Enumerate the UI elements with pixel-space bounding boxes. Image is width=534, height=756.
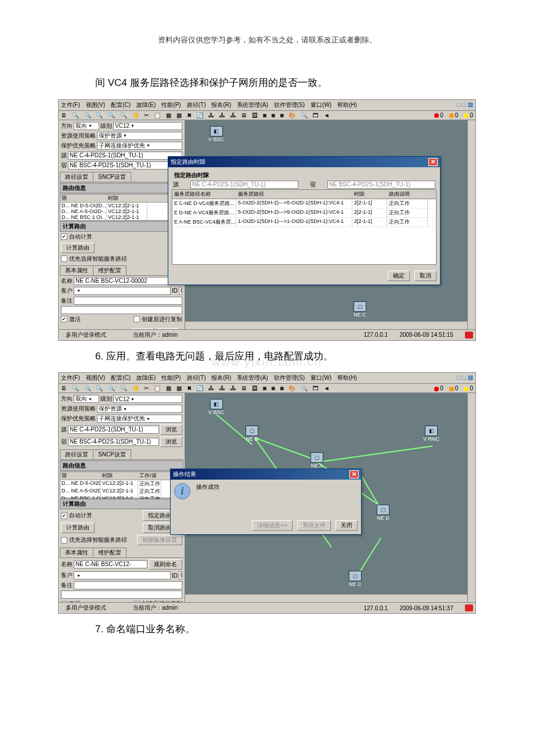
copy-label: 创建后进行复制 [142,315,182,323]
menu-fault[interactable]: 故障(E) [136,374,156,382]
dest-field[interactable]: NE BSC-4-PD2S-1(SDH_TU-1) [68,161,182,170]
menu-window[interactable]: 窗口(W) [311,101,331,109]
close-icon[interactable]: ✕ [349,470,359,478]
direction-combo[interactable]: 双向 [74,122,99,130]
customer-combo[interactable] [74,287,171,295]
node-vrnc[interactable]: ◧V RNC [423,426,439,442]
scrollbar-horizontal[interactable] [185,321,467,329]
direction-combo[interactable]: 双向 [74,395,99,403]
list-item[interactable]: D... NE A-5-OI2D-... [60,208,107,214]
menu-config[interactable]: 配置(C) [111,374,131,382]
copy-checkbox[interactable] [134,316,140,322]
menu-path[interactable]: 路径(T) [187,374,206,382]
list-item[interactable]: D... NE A-5-OI2D-... [60,488,101,495]
node-nec[interactable]: ▢NE C [353,301,366,318]
scrollbar-horizontal[interactable] [185,594,467,602]
remark-field[interactable] [74,297,182,305]
node-vbsc[interactable]: ◧V BSC [208,399,224,415]
tab-maint[interactable]: 维护配置 [93,548,127,557]
table-row[interactable]: E A-NE BSC-VC4服务层... 1-OI2D-1(SDH-1)--->… [172,218,436,227]
node-ned[interactable]: ▢NE D [377,505,389,521]
id-label: ID [172,287,178,294]
browse-button[interactable]: 浏览 [160,437,182,447]
protect-combo[interactable]: 子网连接保护优先 [97,415,182,423]
menu-perf[interactable]: 性能(P) [161,374,181,382]
tab-sncp[interactable]: SNCP设置 [93,172,131,182]
left-panel: 方向 双向 级别 VC12 资源使用策略 保护资源 保护优先策略 子网连接保护优… [59,393,185,602]
node-nec[interactable]: ▢NE C [349,571,362,587]
customer-combo[interactable] [74,571,171,579]
menu-softmgr[interactable]: 软件管理(S) [274,101,305,109]
table-row[interactable]: E D-NE A-VC4服务层路... 5-OI2D-2(SDH-2)--->5… [172,208,436,218]
menu-perf[interactable]: 性能(P) [161,101,181,109]
source-field[interactable]: NE C-4-PD2S-1(SDH_TU-1) [68,152,182,160]
resource-combo[interactable]: 保护资源 [97,405,182,413]
autocalc-checkbox[interactable]: ✔ [61,233,67,240]
remark-area[interactable] [61,306,182,314]
remark-field[interactable] [74,581,182,589]
remark-area[interactable] [61,591,182,599]
menu-file[interactable]: 文件(F) [61,374,80,382]
topology-canvas[interactable]: ◧V BSC ▢NE B ▢NE A ◧V RNC ▢NE D ▢NE C 操作… [185,393,475,602]
level-combo[interactable]: VC12 [113,122,182,130]
close-icon[interactable]: ✕ [428,158,438,166]
smart-checkbox[interactable] [61,537,67,543]
scrollbar-vertical[interactable] [467,120,475,329]
tab-basic[interactable]: 基本属性 [60,265,93,275]
activate-checkbox[interactable]: ✔ [61,316,67,322]
tab-sncp[interactable]: SNCP设置 [93,449,131,459]
menu-window[interactable]: 窗口(W) [311,374,331,382]
id-field[interactable]: 0 [179,287,182,295]
smart-checkbox[interactable] [61,255,67,262]
list-item[interactable]: D... NE D-5-OI2D... [60,203,107,208]
menu-report[interactable]: 报表(R) [211,374,231,382]
resource-combo[interactable]: 保护资源 [97,132,182,140]
menu-view[interactable]: 视图(V) [86,101,105,109]
close-button[interactable]: 关闭 [335,520,358,531]
menu-help[interactable]: 帮助(H) [337,101,357,109]
dest-field[interactable]: NE BSC-4-PD2S-1(SDH_TU-1) [68,438,159,446]
menu-view[interactable]: 视图(V) [86,374,105,382]
scrollbar-vertical[interactable] [467,393,475,602]
table-row[interactable]: E C-NE D-VC4服务层路... 5-OI2D-2(SDH-2)--->5… [172,199,436,208]
menu-file[interactable]: 文件(F) [61,101,80,109]
menu-config[interactable]: 配置(C) [111,101,131,109]
name-field[interactable]: NE C-NE BSC-VC12-00002 [74,560,147,568]
calc-route-button[interactable]: 计算路由 [61,523,95,533]
node-neb[interactable]: ▢NE B [246,426,258,442]
autocalc-checkbox[interactable]: ✔ [61,513,67,519]
calc-route-button[interactable]: 计算路由 [61,243,95,253]
browse-button[interactable]: 浏览 [160,424,182,435]
menu-report[interactable]: 报表(R) [211,101,231,109]
node-nea[interactable]: ▢NE A [311,452,323,469]
node-vbsc[interactable]: ◧V BSC [208,126,224,142]
menu-path[interactable]: 路径(T) [187,101,206,109]
rule-name-button[interactable]: 规则命名 [149,559,182,570]
toolbar-icons[interactable]: 🗎 🔍 🔍 🔍 🔍 🔍 🖐 ✂ 📋 ▦ ▦ ✖ 🔄 🖧 🖧 🖧 🖥 🖼 ◙ ◙ … [61,385,331,391]
huawei-logo-icon [465,604,473,611]
tab-basic[interactable]: 基本属性 [60,548,93,557]
autocalc-label: 自动计算 [69,512,92,520]
tab-path[interactable]: 路径设置 [60,172,93,182]
menu-softmgr[interactable]: 软件管理(S) [274,374,305,382]
sb-timestamp: 2009-06-09 14:51:15 [399,332,453,338]
topology-canvas[interactable]: ◧V BSC ▢NE C 指定路由时隙 ✕ 指定路由时隙 源 NE C [185,120,475,329]
source-field[interactable]: NE C-4-PD2S-1(SDH_TU-1) [68,426,159,434]
menu-sysmgr[interactable]: 系统管理(A) [237,101,268,109]
menu-sysmgr[interactable]: 系统管理(A) [237,374,268,382]
dialog-cancel-button[interactable]: 取消 [414,271,436,281]
protect-combo[interactable]: 子网连接保护优先 [97,142,182,150]
screenshot-1: □ □ ⊠ 文件(F) 视图(V) 配置(C) 故障(E) 性能(P) 路径(T… [58,99,476,341]
list-item[interactable]: D... NE BSC 1 OI.. [60,214,107,220]
level-combo[interactable]: VC12 [113,395,182,403]
dialog-ok-button[interactable]: 确定 [388,271,410,281]
menu-fault[interactable]: 故障(E) [136,101,156,109]
name-field[interactable]: NE C-NE BSC-VC12-00002 [74,277,182,285]
menu-help[interactable]: 帮助(H) [337,374,357,382]
list-item[interactable]: D... NE D-5-OI2D... [60,480,101,488]
tab-path[interactable]: 路径设置 [60,449,93,459]
menubar: 文件(F) 视图(V) 配置(C) 故障(E) 性能(P) 路径(T) 报表(R… [59,373,475,384]
tab-maint[interactable]: 维护配置 [93,265,127,275]
toolbar-icons[interactable]: 🗎 🔍 🔍 🔍 🔍 🔍 🖐 ✂ 📋 ▦ ▦ ✖ 🔄 🖧 🖧 🖧 🖥 🖼 ◙ ◙ … [61,112,331,118]
id-field[interactable]: 0 [179,571,182,579]
